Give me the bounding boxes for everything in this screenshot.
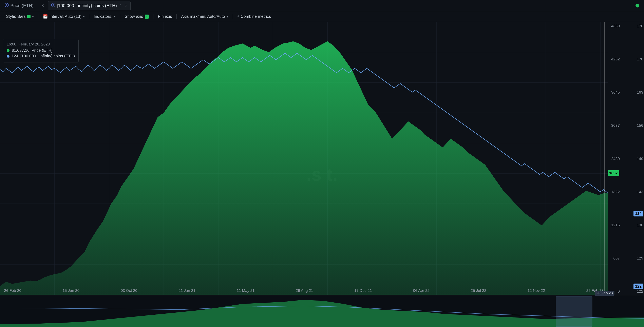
indicators-chevron: ▾ bbox=[114, 14, 116, 18]
indicators-selector[interactable]: Indicators: ▾ bbox=[91, 13, 118, 20]
tooltip-date: 16:00, February 26, 2023 bbox=[7, 42, 75, 46]
tab-price-eth-close[interactable]: ✕ bbox=[41, 4, 44, 8]
y-price-5: 2430 bbox=[600, 157, 620, 161]
y-axis-price: 4860 4252 3645 3037 2430 1822 1215 607 0 bbox=[600, 22, 620, 296]
style-chevron: ▾ bbox=[32, 14, 34, 18]
price-badge: 1637 bbox=[608, 170, 619, 176]
calendar-icon: 📅 bbox=[43, 14, 48, 19]
interval-chevron: ▾ bbox=[83, 14, 85, 18]
axis-maxmin-chevron: ▾ bbox=[226, 14, 228, 18]
sep-5 bbox=[176, 14, 177, 20]
coin-badge-bottom: 122 bbox=[634, 284, 643, 289]
y-axis-secondary: 176 170 163 156 149 143 136 129 122 bbox=[627, 22, 643, 296]
coin-badge-top: 124 bbox=[634, 211, 643, 216]
price-dot bbox=[7, 49, 10, 52]
sep-3 bbox=[120, 14, 120, 20]
pin-axis-label: Pin axis bbox=[158, 14, 172, 19]
status-indicator bbox=[636, 4, 639, 8]
sep-4 bbox=[153, 14, 154, 20]
combine-metrics-button[interactable]: + Combine metrics bbox=[234, 13, 274, 20]
x-label-1: 26 Feb 20 bbox=[4, 288, 22, 293]
y-price-7: 1215 bbox=[600, 223, 620, 227]
indicators-label: Indicators: bbox=[94, 14, 112, 19]
x-label-4: 21 Jan 21 bbox=[178, 288, 195, 293]
y-sec-2: 170 bbox=[627, 57, 643, 62]
y-price-8: 607 bbox=[600, 256, 620, 260]
tooltip-coins-label: [100,000 - infinity) coins (ETH) bbox=[20, 54, 75, 58]
main-chart-svg[interactable] bbox=[0, 22, 608, 295]
style-selector[interactable]: Style: Bars ▾ bbox=[3, 13, 36, 20]
style-color bbox=[27, 15, 30, 18]
eth-icon-1 bbox=[5, 3, 9, 8]
tooltip-coins-row: 124 [100,000 - infinity) coins (ETH) bbox=[7, 54, 75, 58]
y-sec-9: 122 bbox=[627, 289, 643, 294]
tooltip: 16:00, February 26, 2023 $1,637.16 Price… bbox=[3, 39, 79, 62]
x-label-7: 17 Dec 21 bbox=[354, 288, 372, 293]
x-label-2: 15 Jun 20 bbox=[63, 288, 80, 293]
show-axis-label: Show axis bbox=[125, 14, 143, 19]
y-sec-4: 156 bbox=[627, 123, 643, 128]
x-label-9: 25 Jul 22 bbox=[471, 288, 486, 293]
tab-coins-eth-label: [100,000 - infinity) coins (ETH) bbox=[57, 3, 117, 8]
tab-price-eth[interactable]: Price (ETH) ⋮ ✕ bbox=[2, 1, 47, 10]
tab-coins-eth-close[interactable]: ✕ bbox=[124, 4, 128, 8]
x-label-3: 03 Oct 20 bbox=[121, 288, 137, 293]
interval-label: Interval: Auto (1d) bbox=[50, 14, 82, 19]
tooltip-price-row: $1,637.16 Price (ETH) bbox=[7, 48, 75, 53]
y-price-4: 3037 bbox=[600, 123, 620, 128]
pin-axis-button[interactable]: Pin axis bbox=[155, 13, 175, 20]
tooltip-price-value: $1,637.16 bbox=[12, 48, 30, 53]
tab-price-eth-menu[interactable]: ⋮ bbox=[35, 4, 39, 8]
mini-chart[interactable] bbox=[0, 296, 644, 327]
show-axis-checkbox[interactable]: ✓ bbox=[145, 14, 149, 18]
x-label-10: 12 Nov 22 bbox=[528, 288, 545, 293]
tab-price-eth-label: Price (ETH) bbox=[10, 3, 34, 8]
y-sec-5: 149 bbox=[627, 157, 643, 161]
y-price-3: 3645 bbox=[600, 90, 620, 94]
style-label: Style: Bars bbox=[6, 14, 26, 19]
y-sec-3: 163 bbox=[627, 90, 643, 94]
y-price-6: 1822 bbox=[600, 190, 620, 194]
y-sec-1: 176 bbox=[627, 24, 643, 28]
sep-1 bbox=[38, 14, 38, 20]
combine-metrics-label: Combine metrics bbox=[240, 14, 271, 19]
tooltip-price-label: Price (ETH) bbox=[32, 48, 52, 53]
x-axis: 26 Feb 20 15 Jun 20 03 Oct 20 21 Jan 21 … bbox=[0, 286, 608, 295]
x-label-6: 29 Aug 21 bbox=[296, 288, 313, 293]
axis-maxmin-selector[interactable]: Axis max/min: Auto/Auto ▾ bbox=[178, 13, 231, 20]
tab-coins-eth-menu[interactable]: ⋮ bbox=[118, 4, 122, 8]
mini-chart-svg[interactable] bbox=[0, 296, 644, 327]
eth-icon-2 bbox=[51, 3, 55, 8]
y-price-1: 4860 bbox=[600, 24, 620, 28]
show-axis-toggle[interactable]: Show axis ✓ bbox=[122, 13, 152, 20]
y-price-2: 4252 bbox=[600, 57, 620, 62]
axis-maxmin-label: Axis max/min: Auto/Auto bbox=[181, 14, 225, 19]
x-label-5: 11 May 21 bbox=[237, 288, 255, 293]
date-highlight: 26 Feb 23 bbox=[595, 290, 614, 296]
tab-coins-eth[interactable]: [100,000 - infinity) coins (ETH) ⋮ ✕ bbox=[48, 1, 130, 10]
plus-icon: + bbox=[237, 14, 240, 18]
interval-selector[interactable]: 📅 Interval: Auto (1d) ▾ bbox=[40, 13, 88, 20]
toolbar: Style: Bars ▾ 📅 Interval: Auto (1d) ▾ In… bbox=[0, 11, 644, 22]
chart-container: .s t. bbox=[0, 22, 644, 327]
x-label-8: 06 Apr 22 bbox=[413, 288, 429, 293]
y-sec-6: 143 bbox=[627, 190, 643, 194]
y-sec-7: 136 bbox=[627, 223, 643, 227]
tooltip-coins-value: 124 bbox=[12, 54, 18, 58]
coins-dot bbox=[7, 55, 10, 58]
y-sec-8: 129 bbox=[627, 256, 643, 260]
tab-bar: Price (ETH) ⋮ ✕ [100,000 - infinity) coi… bbox=[0, 0, 644, 11]
svg-rect-27 bbox=[556, 296, 592, 326]
